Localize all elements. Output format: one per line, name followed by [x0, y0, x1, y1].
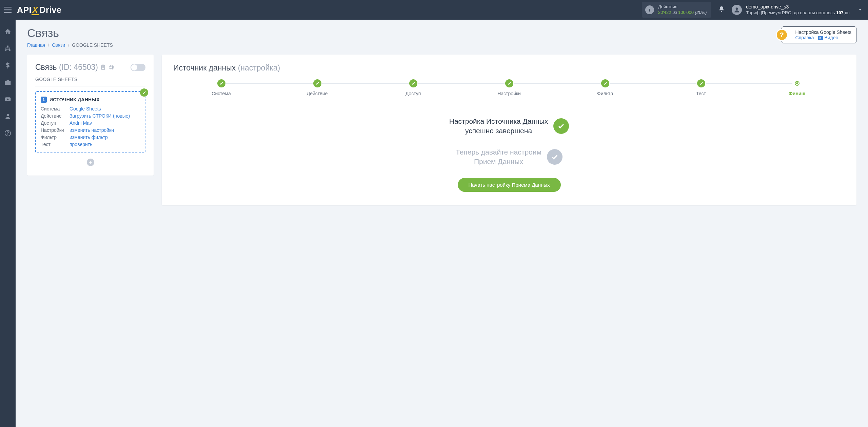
add-destination-button[interactable]: [87, 159, 94, 166]
logo-part2: X: [32, 5, 38, 15]
user-menu[interactable]: demo_apix-drive_s3 Тариф |Премиум PRO| д…: [732, 4, 863, 16]
header-left: API X Drive: [0, 0, 61, 20]
row-system-value[interactable]: Google Sheets: [70, 106, 140, 111]
actions-badge[interactable]: i Действия: 20'422 из 100'000 (20%): [642, 2, 711, 18]
page-title: Связь: [27, 26, 856, 40]
user-text: demo_apix-drive_s3 Тариф |Премиум PRO| д…: [746, 4, 850, 16]
home-icon: [4, 28, 11, 35]
breadcrumb-links[interactable]: Связи: [52, 42, 65, 48]
question-icon[interactable]: ?: [776, 29, 788, 41]
connection-title-text: Связь: [35, 63, 57, 72]
row-filter-value[interactable]: изменить фильтр: [70, 135, 140, 140]
source-number-badge: 1: [41, 97, 47, 103]
help-video-link[interactable]: Видео: [818, 35, 838, 40]
status-pending-row: Теперь давайте настроим Прием Данных: [173, 147, 845, 167]
sidebar-item-help[interactable]: [0, 128, 16, 138]
breadcrumb-sep: /: [68, 42, 69, 48]
source-head: 1 ИСТОЧНИК ДАННЫХ: [41, 97, 140, 103]
source-box: 1 ИСТОЧНИК ДАННЫХ Система Google Sheets …: [35, 91, 145, 153]
gear-icon[interactable]: [108, 64, 114, 70]
top-header: API X Drive i Действия: 20'422 из 100'00…: [0, 0, 868, 20]
plan-name: Премиум PRO: [762, 10, 791, 15]
youtube-icon: [4, 96, 11, 103]
sidebar-item-billing[interactable]: [0, 60, 16, 70]
check-icon: [411, 81, 416, 86]
status-pending-line2: Прием Данных: [456, 157, 541, 166]
hamburger-icon: [4, 7, 12, 13]
connection-id: (ID: 46503): [59, 63, 98, 72]
help-title: Настройка Google Sheets: [795, 29, 851, 35]
user-icon: [4, 113, 11, 120]
step-label: Фильтр: [597, 91, 613, 96]
row-access-value[interactable]: Andrii Mav: [70, 120, 140, 126]
step-settings[interactable]: Настройки: [461, 79, 557, 96]
row-settings-label: Настройки: [41, 127, 70, 133]
wizard-title: Источник данных (настройка): [173, 63, 845, 73]
breadcrumb: Главная / Связи / GOOGLE SHEETS: [27, 42, 856, 48]
row-test-value[interactable]: проверить: [70, 142, 140, 147]
status-pending-line1: Теперь давайте настроим: [456, 147, 541, 157]
actions-numbers: 20'422 из 100'000 (20%): [658, 10, 707, 16]
connection-title: Связь (ID: 46503): [35, 63, 98, 72]
sidebar-item-toolbox[interactable]: [0, 77, 16, 87]
step-access[interactable]: Доступ: [365, 79, 461, 96]
app-logo[interactable]: API X Drive: [17, 5, 61, 15]
step-finish[interactable]: Финиш: [749, 79, 845, 96]
row-access-label: Доступ: [41, 120, 70, 126]
step-filter[interactable]: Фильтр: [557, 79, 653, 96]
step-action[interactable]: Действие: [269, 79, 365, 96]
menu-toggle[interactable]: [0, 0, 16, 20]
actions-text: Действия: 20'422 из 100'000 (20%): [658, 4, 707, 16]
step-label: Доступ: [406, 91, 421, 96]
copy-icon[interactable]: [100, 64, 106, 70]
check-icon: [699, 81, 704, 86]
check-icon: [507, 81, 512, 86]
stepper: Система Действие Доступ Настройки Фильтр…: [173, 79, 845, 96]
source-check-badge: [140, 88, 148, 97]
connection-subtitle: GOOGLE SHEETS: [35, 77, 145, 86]
breadcrumb-sep: /: [48, 42, 49, 48]
connection-icons: [100, 64, 114, 70]
sidebar-item-video[interactable]: [0, 94, 16, 104]
svg-point-0: [736, 7, 738, 10]
step-system[interactable]: Система: [173, 79, 269, 96]
user-avatar: [732, 5, 742, 15]
actions-label: Действия:: [658, 4, 707, 10]
breadcrumb-home[interactable]: Главная: [27, 42, 45, 48]
row-system-label: Система: [41, 106, 70, 111]
connection-toggle[interactable]: [131, 64, 145, 71]
check-icon: [219, 81, 224, 86]
check-icon: [551, 153, 559, 161]
briefcase-icon: [4, 79, 11, 86]
notifications-button[interactable]: [718, 6, 725, 14]
row-test-label: Тест: [41, 142, 70, 147]
chevron-down-icon: [858, 7, 863, 12]
step-test[interactable]: Тест: [653, 79, 749, 96]
content-columns: Связь (ID: 46503) GOOGLE SHEETS 1 ИСТОЧН…: [27, 55, 856, 205]
check-icon: [315, 81, 320, 86]
status-pending-text: Теперь давайте настроим Прием Данных: [456, 147, 541, 167]
step-label: Финиш: [789, 91, 805, 96]
sidebar-item-connections[interactable]: [0, 43, 16, 54]
breadcrumb-current: GOOGLE SHEETS: [72, 42, 113, 48]
sidebar-item-home[interactable]: [0, 26, 16, 37]
step-label: Настройки: [497, 91, 521, 96]
plan-days: 107: [836, 10, 844, 15]
connection-card: Связь (ID: 46503) GOOGLE SHEETS 1 ИСТОЧН…: [27, 55, 154, 176]
svg-rect-1: [7, 46, 8, 47]
sidebar-item-account[interactable]: [0, 111, 16, 121]
user-name: demo_apix-drive_s3: [746, 4, 850, 10]
row-action-value[interactable]: Загрузить СТРОКИ (новые): [70, 113, 140, 119]
step-label: Действие: [307, 91, 328, 96]
plan-mid: до оплаты осталось: [794, 10, 835, 15]
actions-total: 100'000: [678, 10, 694, 15]
sitemap-icon: [4, 45, 11, 52]
help-reference-link[interactable]: Справка: [795, 35, 814, 40]
status-done-line2: успешно завершена: [449, 126, 548, 136]
sidebar: [0, 20, 16, 212]
start-destination-button[interactable]: Начать настройку Приема Данных: [458, 178, 561, 192]
row-settings-value[interactable]: изменить настройки: [70, 127, 140, 133]
svg-rect-3: [9, 49, 10, 50]
help-video-label: Видео: [824, 35, 838, 40]
wizard-title-main: Источник данных: [173, 63, 236, 72]
